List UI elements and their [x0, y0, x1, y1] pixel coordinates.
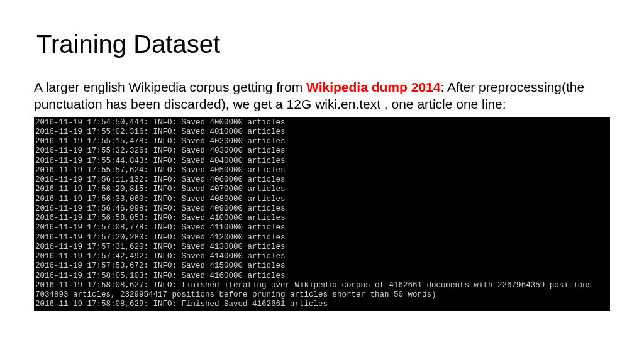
terminal-line: 2016-11-19 17:55:32,326: INFO: Saved 403… [35, 146, 609, 156]
slide-body: A larger english Wikipedia corpus gettin… [34, 79, 610, 113]
terminal-line: 2016-11-19 17:58:08,627: INFO: finished … [35, 281, 609, 290]
terminal-output: 2016-11-19 17:54:50,444: INFO: Saved 400… [34, 117, 610, 311]
terminal-line: 2016-11-19 17:55:15,478: INFO: Saved 402… [35, 137, 609, 146]
terminal-line: 2016-11-19 17:56:20,815: INFO: Saved 407… [35, 185, 609, 194]
terminal-line: 2016-11-19 17:57:20,280: INFO: Saved 412… [35, 233, 609, 243]
terminal-line: 2016-11-19 17:54:50,444: INFO: Saved 400… [35, 118, 609, 128]
terminal-line: 2016-11-19 17:58:05,103: INFO: Saved 416… [35, 272, 609, 281]
terminal-line: 7034893 articles, 2329954417 positions b… [35, 290, 609, 300]
terminal-line: 2016-11-19 17:55:02,316: INFO: Saved 401… [35, 128, 609, 137]
terminal-line: 2016-11-19 17:58:08,629: INFO: Finished … [35, 300, 609, 309]
terminal-line: 2016-11-19 17:57:31,620: INFO: Saved 413… [35, 243, 609, 252]
terminal-line: 2016-11-19 17:55:57,624: INFO: Saved 405… [35, 166, 609, 175]
terminal-line: 2016-11-19 17:55:44,843: INFO: Saved 404… [35, 156, 609, 166]
body-highlight: Wikipedia dump 2014 [306, 80, 440, 94]
terminal-line: 2016-11-19 17:57:08,778: INFO: Saved 411… [35, 223, 609, 233]
terminal-line: 2016-11-19 17:56:11,132: INFO: Saved 406… [35, 175, 609, 185]
slide-title: Training Dataset [36, 30, 610, 58]
terminal-line: 2016-11-19 17:57:42,492: INFO: Saved 414… [35, 252, 609, 261]
terminal-line: 2016-11-19 17:56:33,060: INFO: Saved 408… [35, 195, 609, 204]
terminal-line: 2016-11-19 17:57:53,672: INFO: Saved 415… [35, 261, 609, 271]
terminal-line: 2016-11-19 17:56:58,053: INFO: Saved 410… [35, 214, 609, 223]
terminal-line: 2016-11-19 17:56:46,998: INFO: Saved 409… [35, 204, 609, 214]
body-prefix: A larger english Wikipedia corpus gettin… [34, 80, 306, 94]
